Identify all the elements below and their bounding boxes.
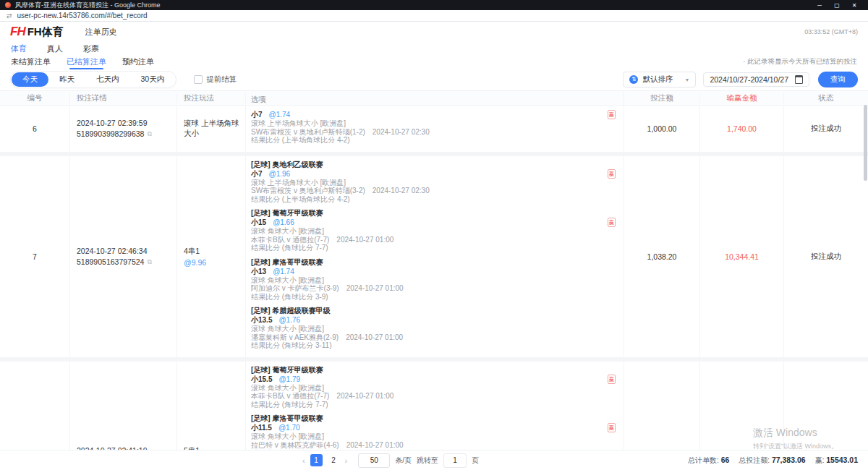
total-count-value: 66: [721, 456, 730, 464]
url-bar[interactable]: ⇄ user-pc-new.14r53786.com/#/bet_record: [0, 10, 868, 22]
minimize-icon[interactable]: ─: [811, 2, 828, 9]
secondary-tabs: 未结算注单 已结算注单 预约注单 · 此记录将显示今天所有已结算的投注: [0, 54, 868, 69]
bet-leg: [足球] 葡萄牙甲级联赛小15@1.66赢滚球 角球大小 [欧洲盘]本菲卡B队 …: [251, 209, 624, 252]
tab-unsettled-bets[interactable]: 未结算注单: [11, 54, 51, 69]
leg-match-time: 2024-10-27 01:00: [336, 392, 393, 400]
leg-pick-line: 小7@1.96赢: [251, 169, 624, 179]
table-header: 编号投注详情投注玩法选项投注额输赢金额状态: [0, 90, 868, 106]
prev-page-icon[interactable]: ‹: [302, 456, 305, 465]
vertical-scrollbar-thumb[interactable]: [864, 105, 867, 181]
leg-result: 结果比分 (角球比分 3-11): [251, 341, 624, 350]
bet-id: 5189903998299638⧉: [77, 129, 176, 138]
leg-odds: @1.74: [273, 268, 294, 275]
leg-match-line: SW布雷根茨 v 奥地利卢斯特瑙(1-2)2024-10-27 02:30: [251, 128, 624, 137]
calendar-icon[interactable]: [795, 75, 803, 84]
range-yesterday[interactable]: 昨天: [48, 72, 85, 87]
page-title: 注单历史: [85, 27, 117, 38]
status-value: 投注成功: [784, 156, 868, 357]
jump-page-input[interactable]: [443, 453, 467, 468]
leg-pick: 小7: [251, 111, 263, 119]
leg-odds: @1.66: [273, 218, 294, 226]
next-page-icon[interactable]: ›: [345, 456, 348, 465]
per-page-label: 条/页: [395, 456, 412, 466]
early-settle-checkbox[interactable]: 提前结算: [194, 74, 237, 85]
leg-result: 结果比分 (角球比分 7-7): [251, 401, 624, 409]
tab-sports[interactable]: 体育: [11, 43, 27, 54]
column-header-1: 编号: [0, 93, 70, 103]
bet-leg: [足球] 葡萄牙甲级联赛小15.5@1.79赢滚球 角球大小 [欧洲盘]本菲卡B…: [251, 366, 624, 409]
copy-icon[interactable]: ⧉: [147, 258, 151, 266]
leg-league: [足球] 摩洛哥甲级联赛: [251, 414, 624, 423]
stake-value: 1,000.00: [624, 106, 700, 152]
tab-reserved-bets[interactable]: 预约注单: [122, 54, 154, 69]
tab-live-casino[interactable]: 真人: [47, 43, 63, 54]
leg-pick: 小13.5: [251, 316, 272, 324]
leg-league: [足球] 希腊超级联赛甲级: [251, 307, 624, 315]
range-30days[interactable]: 30天内: [130, 72, 176, 87]
result-badge: 赢: [608, 375, 616, 384]
sort-icon: ⇅: [629, 75, 638, 84]
page-button-2[interactable]: 2: [328, 454, 340, 466]
column-header-2: 投注详情: [70, 93, 177, 103]
leg-pick: 小11.5: [251, 424, 272, 432]
bet-detail-cell: 2024-10-27 02:39:595189903998299638⧉: [70, 106, 177, 152]
date-range-value: 2024/10/27-2024/10/27: [710, 75, 788, 84]
range-7days[interactable]: 七天内: [85, 72, 130, 87]
range-today[interactable]: 今天: [12, 72, 48, 87]
early-settle-label: 提前结算: [206, 74, 237, 85]
leg-match: SW布雷根茨 v 奥地利卢斯特瑙(3-2): [251, 187, 365, 195]
leg-pick-line: 小11.5@1.70赢: [251, 423, 624, 432]
page-button-1[interactable]: 1: [310, 454, 323, 466]
leg-odds: @1.74: [269, 111, 291, 119]
leg-match: SW布雷根茨 v 奥地利卢斯特瑙(1-2): [251, 128, 365, 136]
close-icon[interactable]: ✕: [846, 2, 863, 9]
selection-cell: 小7@1.74赢滚球 上半场角球大小 [欧洲盘]SW布雷根茨 v 奥地利卢斯特瑙…: [246, 106, 624, 152]
leg-market: 滚球 角球大小 [欧洲盘]: [251, 384, 624, 393]
column-header-7: 状态: [784, 93, 868, 103]
tab-lottery[interactable]: 彩票: [83, 43, 99, 54]
leg-match-time: 2024-10-27 01:00: [346, 441, 404, 449]
app-favicon-icon: [5, 2, 11, 8]
leg-result: 结果比分 (角球比分 7-7): [251, 244, 624, 252]
leg-market: 滚球 角球大小 [欧洲盘]: [251, 227, 624, 236]
leg-match: 阿加迪尔 v 卡萨布兰卡(3-9): [251, 284, 339, 292]
bet-id: 5189905163797524⧉: [77, 257, 176, 266]
window-titlebar: 风靡体育-亚洲在线体育竞猜投注 - Google Chrome ─ ▢ ✕: [0, 0, 868, 10]
table-rows: 62024-10-27 02:39:595189903998299638⧉滚球 …: [0, 106, 868, 470]
date-range-input[interactable]: 2024/10/27-2024/10/27: [703, 72, 809, 87]
leg-match: 潘塞莱科斯 v AEK雅典(2-9): [251, 333, 339, 341]
jump-label: 跳转至: [417, 456, 438, 466]
total-win-label: 赢:: [815, 456, 825, 464]
row-number: 7: [0, 156, 70, 357]
logo-fh-mark[interactable]: FH: [10, 25, 25, 39]
logo-text[interactable]: FH体育: [27, 25, 64, 39]
maximize-icon[interactable]: ▢: [828, 2, 846, 9]
leg-match-line: SW布雷根茨 v 奥地利卢斯特瑙(3-2)2024-10-27 02:30: [251, 187, 624, 195]
leg-result: 结果比分 (角球比分 3-9): [251, 293, 624, 302]
sort-select[interactable]: ⇅ 默认排序 ▼: [623, 72, 696, 87]
row-number: 6: [0, 106, 70, 152]
tab-settled-bets[interactable]: 已结算注单: [67, 54, 106, 69]
leg-league: [足球] 葡萄牙甲级联赛: [251, 366, 624, 375]
leg-pick: 小15.5: [251, 375, 272, 383]
checkbox-icon[interactable]: [194, 75, 203, 84]
win-amount-value: 10,344.41: [700, 156, 784, 357]
bet-leg: 小7@1.74赢滚球 上半场角球大小 [欧洲盘]SW布雷根茨 v 奥地利卢斯特瑙…: [251, 110, 624, 145]
pagination: ‹ 1 2 › 条/页 跳转至 页: [302, 453, 479, 468]
bet-detail-cell: 2024-10-27 02:46:345189905163797524⧉: [70, 156, 177, 357]
url-text[interactable]: user-pc-new.14r53786.com/#/bet_record: [17, 12, 148, 20]
query-button[interactable]: 查询: [818, 72, 858, 87]
copy-icon[interactable]: ⧉: [147, 130, 151, 138]
leg-match-line: 本菲卡B队 v 通德拉(7-7)2024-10-27 01:00: [251, 236, 624, 244]
table-row: 62024-10-27 02:39:595189903998299638⧉滚球 …: [0, 106, 868, 156]
play-type: 4串1: [184, 247, 245, 257]
window-title: 风靡体育-亚洲在线体育竞猜投注 - Google Chrome: [15, 1, 811, 10]
settled-note: · 此记录将显示今天所有已结算的投注: [743, 57, 857, 67]
leg-market: 滚球 角球大小 [欧洲盘]: [251, 325, 624, 333]
bet-id-value: 5189905163797524: [77, 257, 144, 266]
leg-market: 滚球 角球大小 [欧洲盘]: [251, 432, 624, 441]
bet-leg: [足球] 希腊超级联赛甲级小13.5@1.76滚球 角球大小 [欧洲盘]潘塞莱科…: [251, 307, 624, 350]
column-header-5: 投注额: [624, 93, 700, 103]
page-size-input[interactable]: [358, 453, 390, 468]
date-range-pills: 今天 昨天 七天内 30天内: [10, 71, 176, 88]
